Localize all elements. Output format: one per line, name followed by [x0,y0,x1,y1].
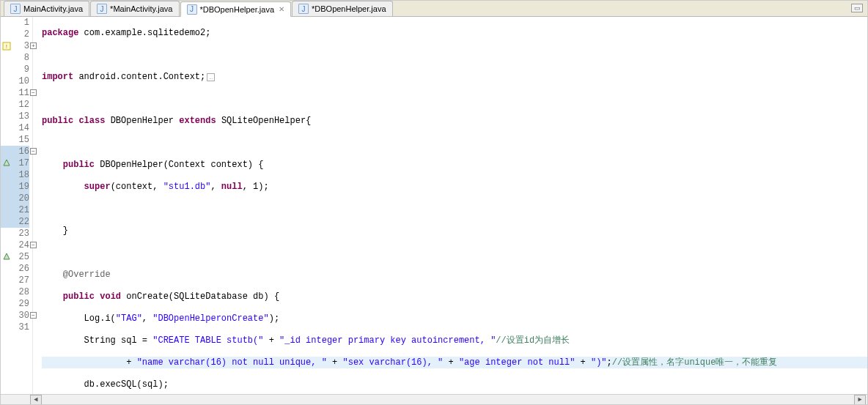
line-number-gutter: 1 2 ! 3+ 8 9 10 11− 12 13 14 15 16− 17 1… [1,17,33,394]
line-num: 27 [1,275,29,286]
editor-tab-bar: J MainActivity.java J *MainActivity.java… [1,1,867,17]
line-num: 21 [1,204,29,216]
code-editor: 1 2 ! 3+ 8 9 10 11− 12 13 14 15 16− 17 1… [1,17,867,394]
line-num: 20 [1,193,29,204]
horizontal-scrollbar[interactable]: ◄ ► [1,394,867,405]
line-num: 12 [1,99,29,111]
line-num: 24− [1,239,29,251]
line-num: 14 [1,122,29,134]
line-num: 11− [1,87,29,99]
fold-toggle[interactable]: − [30,312,37,319]
java-file-icon: J [187,4,197,15]
fold-toggle[interactable]: + [30,42,37,49]
line-num: 29 [1,298,29,310]
line-num: 15 [1,134,29,146]
line-num: 28 [1,286,29,298]
tab-label: MainActivity.java [23,4,83,13]
override-icon [2,159,11,168]
line-num: ! 3+ [1,40,29,52]
tab-main-activity[interactable]: J MainActivity.java [4,1,89,16]
line-num: 18 [1,169,29,181]
tab-dbopenhelper-2[interactable]: J *DBOpenHelper.java [292,1,393,16]
line-num: 25 [1,251,29,263]
svg-text:!: ! [5,43,9,50]
line-num: 19 [1,181,29,193]
line-num: 31 [1,322,29,333]
line-num: 8 [1,52,29,64]
fold-toggle[interactable]: − [30,89,37,96]
line-num: 22 [1,216,29,228]
code-text-area[interactable]: package com.example.sqlitedemo2; import … [33,17,867,394]
line-num: 26 [1,263,29,275]
tab-label: *MainActivity.java [110,4,172,13]
java-file-icon: J [298,4,309,14]
line-num: 13 [1,111,29,122]
line-num: 2 [1,29,29,40]
line-num: 10 [1,75,29,87]
line-num: 9 [1,64,29,75]
close-icon[interactable]: ✕ [279,5,284,13]
line-num: 1 [1,17,29,29]
warning-icon: ! [2,42,11,51]
override-icon [2,253,11,261]
line-num: 16− [1,146,29,157]
scroll-right-arrow[interactable]: ► [854,395,866,405]
line-num: 23 [1,228,29,239]
tab-dbopenhelper-active[interactable]: J *DBOpenHelper.java ✕ [180,1,292,17]
line-num: 30− [1,310,29,322]
scroll-left-arrow[interactable]: ◄ [30,395,42,405]
minimize-icon[interactable]: ▭ [851,4,863,12]
tab-main-activity-dirty[interactable]: J *MainActivity.java [90,1,179,16]
java-file-icon: J [10,4,21,14]
tab-label: *DBOpenHelper.java [312,4,386,13]
tab-label: *DBOpenHelper.java [200,5,275,14]
fold-toggle[interactable]: − [30,242,37,248]
java-file-icon: J [97,4,107,14]
line-num: 17 [1,157,29,169]
fold-toggle[interactable]: − [30,148,37,155]
